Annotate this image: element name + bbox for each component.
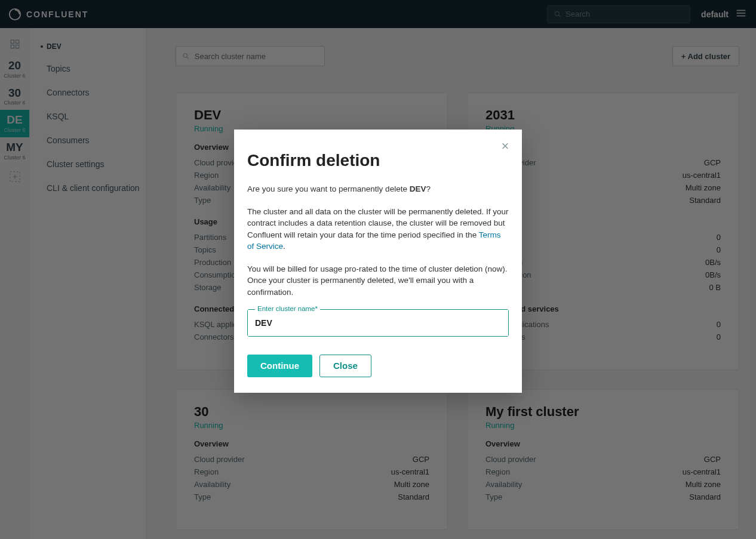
modal-target-name: DEV [410,184,426,193]
cluster-name-field[interactable]: Enter cluster name* [247,309,509,337]
modal-title: Confirm deletion [247,151,509,170]
modal-close-x[interactable]: × [498,139,512,153]
confirm-delete-modal: × Confirm deletion Are you sure you want… [234,130,522,393]
modal-actions: Continue Close [247,355,509,377]
modal-retention-text: The cluster and all data on the cluster … [247,206,509,252]
modal-question: Are you sure you want to permanently del… [247,183,509,195]
modal-billing-text: You will be billed for usage pro-rated t… [247,263,509,298]
cluster-name-input[interactable] [248,310,508,336]
close-button[interactable]: Close [319,355,371,377]
continue-button[interactable]: Continue [247,355,312,377]
cluster-name-label: Enter cluster name* [255,305,320,312]
